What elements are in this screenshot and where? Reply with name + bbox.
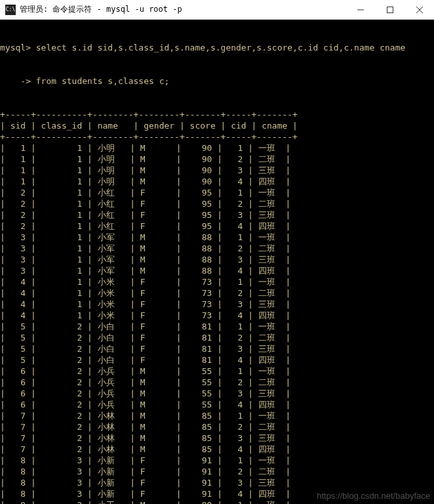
sql-line-2: -> from students s,classes c; [0,75,434,87]
maximize-button[interactable] [375,0,404,20]
titlebar: C:\ 管理员: 命令提示符 - mysql -u root -p [0,0,434,20]
table-row: | 6 | 2 | 小兵 | M | 55 | 2 | 二班 | [0,377,434,388]
table-row: | 3 | 1 | 小军 | M | 88 | 1 | 一班 | [0,232,434,243]
table-row: | 7 | 2 | 小林 | M | 85 | 3 | 三班 | [0,432,434,444]
terminal-content: mysql> select s.id sid,s.class_id,s.name… [0,20,434,504]
table-row: | 3 | 1 | 小军 | M | 88 | 3 | 三班 | [0,254,434,265]
table-row: | 3 | 1 | 小军 | M | 88 | 4 | 四班 | [0,265,434,276]
table-row: | 4 | 1 | 小米 | F | 73 | 4 | 四班 | [0,310,434,321]
table-row: | 2 | 1 | 小红 | F | 95 | 1 | 一班 | [0,187,434,198]
table-row: | 3 | 1 | 小军 | M | 88 | 2 | 二班 | [0,243,434,254]
table-row: | 8 | 3 | 小新 | F | 91 | 3 | 三班 | [0,477,434,488]
table-row: | 1 | 1 | 小明 | M | 90 | 1 | 一班 | [0,142,434,154]
table-row: | 8 | 3 | 小新 | F | 91 | 2 | 二班 | [0,466,434,477]
table-row: | 7 | 2 | 小林 | M | 85 | 4 | 四班 | [0,444,434,455]
table-row: | 6 | 2 | 小兵 | M | 55 | 4 | 四班 | [0,399,434,410]
table-separator: +-----+----------+--------+--------+----… [0,109,434,120]
terminal[interactable]: mysql> select s.id sid,s.class_id,s.name… [0,20,434,504]
table-row: | 5 | 2 | 小白 | F | 81 | 2 | 二班 | [0,332,434,343]
table-row: | 7 | 2 | 小林 | M | 85 | 1 | 一班 | [0,410,434,421]
table-row: | 2 | 1 | 小红 | F | 95 | 4 | 四班 | [0,220,434,232]
table-row: | 7 | 2 | 小林 | M | 85 | 2 | 二班 | [0,421,434,432]
table-row: | 4 | 1 | 小米 | F | 73 | 3 | 三班 | [0,299,434,310]
table-row: | 4 | 1 | 小米 | F | 73 | 1 | 一班 | [0,276,434,287]
svg-rect-1 [387,7,393,12]
table-row: | 1 | 1 | 小明 | M | 90 | 2 | 二班 | [0,154,434,165]
cmd-icon: C:\ [5,5,16,15]
table-row: | 6 | 2 | 小兵 | M | 55 | 1 | 一班 | [0,366,434,377]
table-row: | 4 | 1 | 小米 | F | 73 | 2 | 二班 | [0,287,434,299]
sql-line-1: mysql> select s.id sid,s.class_id,s.name… [0,42,434,53]
table-row: | 6 | 2 | 小兵 | M | 55 | 3 | 三班 | [0,388,434,399]
table-row: | 2 | 1 | 小红 | F | 95 | 3 | 三班 | [0,209,434,220]
window-title: 管理员: 命令提示符 - mysql -u root -p [20,4,345,15]
table-row: | 5 | 2 | 小白 | F | 81 | 1 | 一班 | [0,321,434,332]
result-table: +-----+----------+--------+--------+----… [0,109,434,504]
table-separator: +-----+----------+--------+--------+----… [0,131,434,142]
table-header-row: | sid | class_id | name | gender | score… [0,120,434,131]
table-row: | 2 | 1 | 小红 | F | 95 | 2 | 二班 | [0,198,434,209]
close-button[interactable] [404,0,434,20]
table-row: | 1 | 1 | 小明 | M | 90 | 4 | 四班 | [0,176,434,187]
table-row: | 8 | 3 | 小新 | F | 91 | 1 | 一班 | [0,455,434,466]
table-row: | 5 | 2 | 小白 | F | 81 | 3 | 三班 | [0,343,434,354]
table-row: | 1 | 1 | 小明 | M | 90 | 3 | 三班 | [0,165,434,176]
minimize-button[interactable] [345,0,375,20]
table-row: | 5 | 2 | 小白 | F | 81 | 4 | 四班 | [0,354,434,366]
watermark: https://blog.csdn.net/babyface [317,490,430,501]
